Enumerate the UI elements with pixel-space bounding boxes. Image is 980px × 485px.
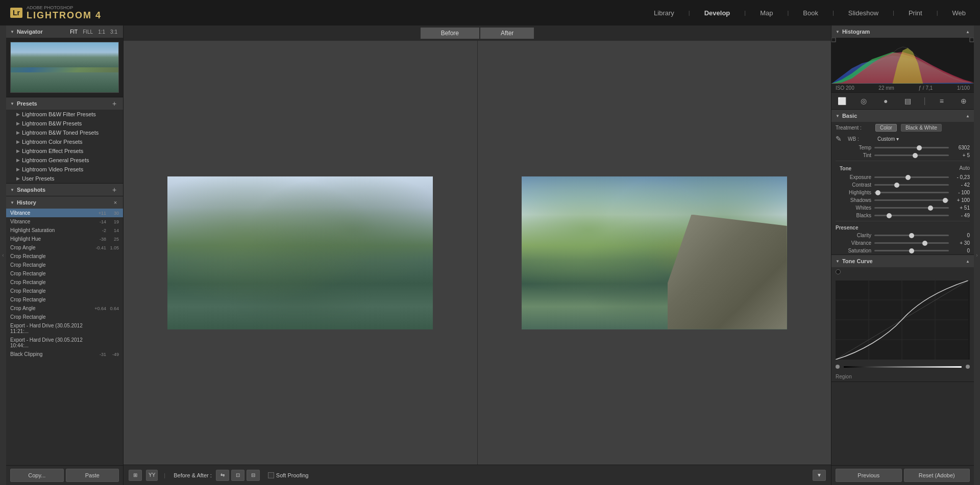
- temp-slider-track[interactable]: [874, 147, 949, 148]
- history-item-0[interactable]: Vibrance +11 30: [6, 209, 123, 217]
- history-header[interactable]: ▼ History ×: [6, 196, 123, 209]
- tc-slider[interactable]: [844, 366, 962, 368]
- tint-slider-thumb[interactable]: [913, 153, 918, 158]
- history-item-15[interactable]: Black Clipping -31 -49: [6, 350, 123, 359]
- history-item-4[interactable]: Crop Angle -0.41 1.05: [6, 243, 123, 252]
- preset-bw[interactable]: ▶ Lightroom B&W Presets: [6, 119, 123, 128]
- wb-eyedropper-icon[interactable]: ✎: [836, 135, 844, 143]
- reset-button[interactable]: Reset (Adobe): [904, 469, 970, 482]
- saturation-slider-thumb[interactable]: [909, 248, 914, 253]
- swap-btn[interactable]: ⇆: [216, 470, 229, 481]
- contrast-slider-thumb[interactable]: [894, 183, 899, 188]
- saturation-slider-track[interactable]: [874, 250, 949, 251]
- nav-web[interactable]: Web: [948, 7, 970, 19]
- history-item-1[interactable]: Vibrance -14 19: [6, 217, 123, 226]
- soft-proofing-checkbox[interactable]: [268, 472, 274, 478]
- wb-value[interactable]: Custom ▾: [877, 136, 899, 142]
- snapshots-add-btn[interactable]: +: [110, 185, 119, 194]
- preset-bw-toned[interactable]: ▶ Lightroom B&W Toned Presets: [6, 128, 123, 137]
- vibrance-slider-track[interactable]: [874, 242, 949, 244]
- right-panel-collapse[interactable]: ›: [974, 25, 980, 485]
- presets-header[interactable]: ▼ Presets +: [6, 97, 123, 110]
- copy-settings-btn[interactable]: ⊡: [231, 470, 244, 481]
- navigator-header[interactable]: ▼ Navigator FIT FILL 1:1 3:1: [6, 25, 123, 38]
- vibrance-slider-thumb[interactable]: [922, 241, 927, 246]
- history-item-10[interactable]: Crop Rectangle: [6, 295, 123, 304]
- spot-heal-tool-icon[interactable]: ◎: [857, 95, 870, 107]
- basic-header[interactable]: ▼ Basic ▲: [831, 110, 974, 122]
- blacks-slider-thumb[interactable]: [887, 213, 892, 218]
- history-item-2[interactable]: Highlight Saturation -2 14: [6, 226, 123, 235]
- nav-map[interactable]: Map: [756, 7, 777, 19]
- clarity-slider-thumb[interactable]: [909, 233, 914, 238]
- nav-develop[interactable]: Develop: [700, 7, 734, 19]
- temp-slider-thumb[interactable]: [917, 145, 922, 150]
- view-mode-btn[interactable]: ⊟: [247, 470, 260, 481]
- zoom-fit-btn[interactable]: FIT: [68, 29, 79, 35]
- history-item-7[interactable]: Crop Rectangle: [6, 269, 123, 278]
- preset-general[interactable]: ▶ Lightroom General Presets: [6, 156, 123, 165]
- tc-highlights-dot[interactable]: [966, 365, 970, 369]
- before-after-header: Before After: [124, 25, 831, 41]
- tone-curve-canvas[interactable]: [836, 280, 970, 360]
- copy-button[interactable]: Copy...: [10, 469, 64, 482]
- history-item-5[interactable]: Crop Rectangle: [6, 252, 123, 261]
- history-item-11[interactable]: Crop Angle +0.64 0.64: [6, 304, 123, 313]
- history-item-9[interactable]: Crop Rectangle: [6, 287, 123, 295]
- paste-button[interactable]: Paste: [66, 469, 119, 482]
- zoom-3-1-btn[interactable]: 3:1: [109, 29, 119, 35]
- whites-slider-track[interactable]: [874, 207, 949, 209]
- nav-slideshow[interactable]: Slideshow: [844, 7, 883, 19]
- highlights-slider-thumb[interactable]: [875, 190, 880, 195]
- highlights-slider-track[interactable]: [874, 192, 949, 193]
- tc-shadows-dot[interactable]: [836, 365, 840, 369]
- contrast-slider-track[interactable]: [874, 184, 949, 186]
- grid-view-btn[interactable]: ⊞: [129, 470, 142, 481]
- history-item-8[interactable]: Crop Rectangle: [6, 278, 123, 287]
- tint-slider-track[interactable]: [874, 155, 949, 156]
- clarity-slider-track[interactable]: [874, 235, 949, 236]
- preset-color[interactable]: ▶ Lightroom Color Presets: [6, 137, 123, 146]
- tone-curve-mode-dot[interactable]: [836, 269, 841, 274]
- bw-treatment-btn[interactable]: Black & White: [901, 124, 942, 132]
- exposure-slider-thumb[interactable]: [905, 175, 911, 180]
- whites-slider-thumb[interactable]: [928, 206, 933, 211]
- color-treatment-btn[interactable]: Color: [875, 124, 897, 132]
- left-panel-collapse[interactable]: ‹: [0, 25, 6, 485]
- shadows-slider-track[interactable]: [874, 199, 949, 201]
- zoom-fill-btn[interactable]: FILL: [81, 29, 94, 35]
- yy-btn[interactable]: YY: [146, 470, 158, 481]
- history-item-14[interactable]: Export - Hard Drive (30.05.2012 10:44:..…: [6, 336, 123, 350]
- shadows-slider-thumb[interactable]: [943, 198, 948, 203]
- tone-curve-header[interactable]: ▼ Tone Curve ▲: [831, 255, 974, 267]
- blacks-slider-track[interactable]: [874, 215, 949, 216]
- histogram-header[interactable]: ▼ Histogram ▲: [831, 25, 974, 38]
- presets-add-btn[interactable]: +: [110, 99, 119, 108]
- preset-video[interactable]: ▶ Lightroom Video Presets: [6, 165, 123, 174]
- before-label[interactable]: Before: [421, 28, 479, 39]
- exposure-slider-icon[interactable]: ≡: [936, 95, 948, 107]
- history-item-12[interactable]: Crop Rectangle: [6, 313, 123, 321]
- snapshots-header[interactable]: ▼ Snapshots +: [6, 184, 123, 196]
- preset-bw-filter[interactable]: ▶ Lightroom B&W Filter Presets: [6, 110, 123, 119]
- history-close-btn[interactable]: ×: [112, 199, 119, 206]
- history-item-13[interactable]: Export - Hard Drive (30.05.2012 11:21:..…: [6, 321, 123, 336]
- nav-print[interactable]: Print: [904, 7, 926, 19]
- history-item-3[interactable]: Highlight Hue -38 25: [6, 235, 123, 243]
- red-eye-tool-icon[interactable]: ●: [879, 95, 892, 107]
- filmstrip-toggle-btn[interactable]: ▼: [813, 470, 826, 481]
- nav-library[interactable]: Library: [650, 7, 678, 19]
- zoom-1-1-btn[interactable]: 1:1: [96, 29, 107, 35]
- nav-book[interactable]: Book: [799, 7, 822, 19]
- snapshots-section: ▼ Snapshots +: [6, 184, 123, 196]
- crop-tool-icon[interactable]: ⬜: [836, 95, 848, 107]
- grad-filter-icon[interactable]: ▤: [901, 95, 914, 107]
- tone-auto-btn[interactable]: Auto: [959, 165, 970, 171]
- after-label[interactable]: After: [480, 28, 534, 39]
- previous-button[interactable]: Previous: [836, 469, 902, 482]
- history-item-6[interactable]: Crop Rectangle: [6, 261, 123, 269]
- preset-effect[interactable]: ▶ Lightroom Effect Presets: [6, 146, 123, 156]
- color-mix-icon[interactable]: ⊕: [958, 95, 970, 107]
- exposure-slider-track[interactable]: [874, 176, 949, 178]
- preset-user[interactable]: ▶ User Presets: [6, 174, 123, 183]
